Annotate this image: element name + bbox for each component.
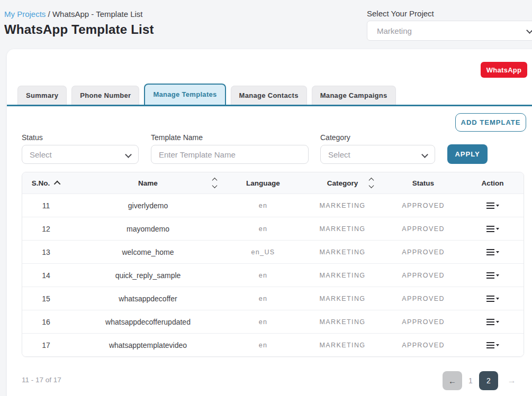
table-row: 14 quick_reply_sample en MARKETING APPRO… <box>22 263 524 287</box>
pagination-page-1[interactable]: 1 <box>468 376 473 385</box>
menu-icon <box>486 342 494 348</box>
cell-language: en <box>226 342 300 349</box>
sort-asc-icon[interactable] <box>54 180 61 187</box>
pagination-prev-button[interactable]: ← <box>443 371 462 390</box>
caret-down-icon <box>496 251 499 253</box>
column-header-status: Status <box>385 179 462 187</box>
sort-updown-icon[interactable] <box>213 179 217 188</box>
cell-status: APPROVED <box>385 272 462 279</box>
caret-down-icon <box>496 344 499 346</box>
row-action-menu-button[interactable] <box>484 270 501 281</box>
caret-down-icon <box>496 274 499 277</box>
chevron-down-icon <box>125 151 132 158</box>
cell-sno: 17 <box>22 341 70 349</box>
table-row: 16 whatsappdecofferupdated en MARKETING … <box>22 310 524 333</box>
table-header-row: S.No. Name Language Category Status Acti… <box>22 172 524 194</box>
breadcrumb-current: WhatsApp - Template List <box>52 10 143 19</box>
cell-language: en <box>226 295 300 302</box>
cell-sno: 12 <box>22 225 70 233</box>
pagination-range-text: 11 - 17 of 17 <box>22 376 61 384</box>
pagination: ← 1 2 → <box>443 371 519 390</box>
cell-status: APPROVED <box>385 318 462 326</box>
cell-status: APPROVED <box>385 248 462 256</box>
menu-icon <box>486 202 494 209</box>
caret-down-icon <box>496 228 499 230</box>
cell-name: quick_reply_sample <box>70 271 226 280</box>
chevron-down-icon <box>421 151 428 158</box>
page-title: WhatsApp Template List <box>4 22 154 37</box>
sort-updown-icon[interactable] <box>369 179 373 188</box>
tab-bar: Summary Phone Number Manage Templates Ma… <box>7 84 532 106</box>
cell-sno: 14 <box>22 271 70 280</box>
project-selector-value: Marketing <box>377 26 412 35</box>
column-header-sno[interactable]: S.No. <box>22 179 70 187</box>
cell-sno: 11 <box>22 201 70 210</box>
menu-icon <box>486 319 494 325</box>
whatsapp-button[interactable]: WhatsApp <box>481 62 527 78</box>
cell-category: MARKETING <box>300 272 385 279</box>
main-card: WhatsApp Summary Phone Number Manage Tem… <box>7 49 532 396</box>
cell-category: MARKETING <box>300 225 385 233</box>
row-action-menu-button[interactable] <box>484 224 501 234</box>
template-name-input[interactable] <box>151 145 309 164</box>
tab-manage-contacts[interactable]: Manage Contacts <box>231 86 307 105</box>
menu-icon <box>486 296 494 302</box>
row-action-menu-button[interactable] <box>484 340 501 351</box>
tab-manage-campaigns[interactable]: Manage Campaigns <box>312 86 396 105</box>
cell-name: whatsapptemplatevideo <box>70 341 226 349</box>
project-selector-dropdown[interactable]: Marketing <box>367 21 532 41</box>
cell-name: mayomdemo <box>70 225 226 233</box>
column-header-action: Action <box>462 179 524 187</box>
row-action-menu-button[interactable] <box>484 293 501 304</box>
caret-down-icon <box>496 321 499 323</box>
add-template-button[interactable]: ADD TEMPLATE <box>455 113 526 132</box>
row-action-menu-button[interactable] <box>484 317 501 327</box>
cell-sno: 13 <box>22 248 70 256</box>
cell-name: whatsappdecoffer <box>70 294 226 303</box>
template-name-label: Template Name <box>151 133 203 142</box>
cell-language: en <box>226 272 300 279</box>
cell-language: en <box>226 318 300 326</box>
pagination-next-button[interactable]: → <box>504 375 519 386</box>
breadcrumb-separator: / <box>46 10 52 19</box>
cell-status: APPROVED <box>385 295 462 302</box>
column-header-name[interactable]: Name <box>70 179 226 187</box>
table-row: 17 whatsapptemplatevideo en MARKETING AP… <box>22 333 524 356</box>
status-filter-label: Status <box>22 133 43 142</box>
apply-button[interactable]: APPLY <box>447 144 488 164</box>
row-action-menu-button[interactable] <box>484 200 501 211</box>
row-action-menu-button[interactable] <box>484 247 501 257</box>
table-row: 13 welcome_home en_US MARKETING APPROVED <box>22 240 524 263</box>
category-filter-label: Category <box>320 133 350 142</box>
tab-phone-number[interactable]: Phone Number <box>71 86 139 105</box>
cell-name: whatsappdecofferupdated <box>70 318 226 326</box>
breadcrumb-link-my-projects[interactable]: My Projects <box>4 10 46 19</box>
tab-summary[interactable]: Summary <box>17 86 67 105</box>
table-row: 11 giverlydemo en MARKETING APPROVED <box>22 194 524 217</box>
cell-language: en <box>226 202 300 209</box>
cell-category: MARKETING <box>300 295 385 302</box>
category-filter-select[interactable]: Select <box>320 145 435 164</box>
column-header-category[interactable]: Category <box>300 179 385 187</box>
column-header-language: Language <box>226 179 300 187</box>
menu-icon <box>486 226 494 232</box>
pagination-page-2-active[interactable]: 2 <box>479 371 498 390</box>
tab-manage-templates[interactable]: Manage Templates <box>144 84 226 105</box>
cell-category: MARKETING <box>300 342 385 349</box>
templates-table: S.No. Name Language Category Status Acti… <box>22 172 524 357</box>
cell-sno: 16 <box>22 318 70 326</box>
caret-down-icon <box>496 298 499 300</box>
status-filter-select[interactable]: Select <box>22 145 139 164</box>
cell-status: APPROVED <box>385 225 462 233</box>
caret-down-icon <box>496 205 499 207</box>
status-filter-value: Select <box>30 150 52 159</box>
cell-category: MARKETING <box>300 248 385 256</box>
cell-status: APPROVED <box>385 342 462 349</box>
menu-icon <box>486 249 494 255</box>
menu-icon <box>486 272 494 279</box>
cell-language: en_US <box>226 248 300 256</box>
table-row: 15 whatsappdecoffer en MARKETING APPROVE… <box>22 287 524 310</box>
project-selector-label: Select Your Project <box>367 9 434 18</box>
cell-category: MARKETING <box>300 202 385 209</box>
category-filter-value: Select <box>328 150 350 159</box>
